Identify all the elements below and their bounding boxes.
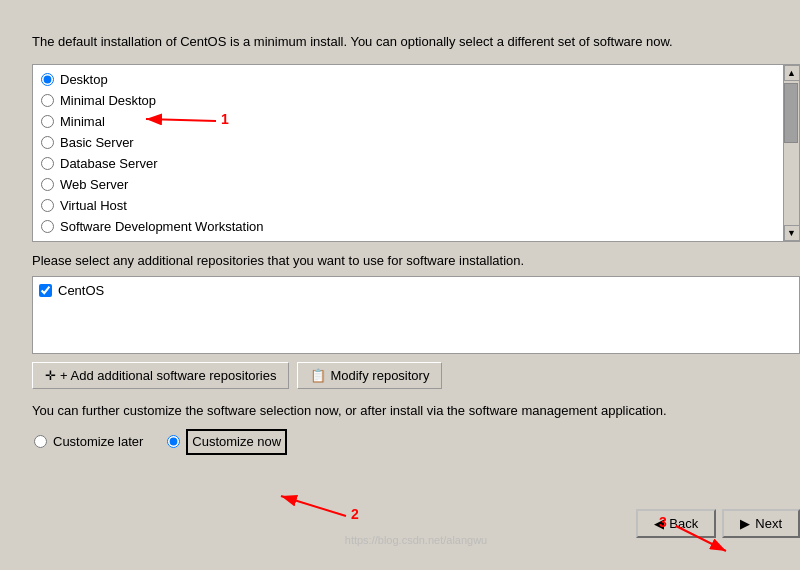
software-list: Desktop Minimal Desktop Minimal Basic Se… xyxy=(33,65,783,241)
next-arrow-icon: ▶ xyxy=(740,516,750,531)
list-item[interactable]: Minimal xyxy=(39,111,777,132)
next-button[interactable]: ▶ Next xyxy=(722,509,800,538)
back-label: Back xyxy=(669,516,698,531)
intro-text: The default installation of CentOS is a … xyxy=(32,32,800,52)
customize-text: You can further customize the software s… xyxy=(32,401,800,421)
customize-now-radio[interactable] xyxy=(167,435,180,448)
minimal-radio[interactable] xyxy=(41,115,54,128)
centos-repo-label: CentOS xyxy=(58,283,104,298)
back-arrow-icon: ◀ xyxy=(654,516,664,531)
customize-now-item[interactable]: Customize now xyxy=(165,426,289,458)
list-item[interactable]: Basic Server xyxy=(39,132,777,153)
add-repo-label: + Add additional software repositories xyxy=(60,368,276,383)
centos-repo-checkbox[interactable] xyxy=(39,284,52,297)
database-server-radio[interactable] xyxy=(41,157,54,170)
watermark: https://blog.csdn.net/alangwu xyxy=(345,534,487,546)
modify-repo-label: Modify repository xyxy=(330,368,429,383)
repo-buttons-row: ✛ + Add additional software repositories… xyxy=(32,362,800,389)
software-dev-label: Software Development Workstation xyxy=(60,219,264,234)
modify-icon: 📋 xyxy=(310,368,326,383)
minimal-desktop-label: Minimal Desktop xyxy=(60,93,156,108)
customize-now-label: Customize now xyxy=(186,429,287,455)
modify-repo-button[interactable]: 📋 Modify repository xyxy=(297,362,442,389)
repositories-container: CentOS xyxy=(32,276,800,354)
minimal-desktop-radio[interactable] xyxy=(41,94,54,107)
next-label: Next xyxy=(755,516,782,531)
software-dev-radio[interactable] xyxy=(41,220,54,233)
scrollbar-thumb[interactable] xyxy=(784,83,798,143)
list-item[interactable]: Desktop xyxy=(39,69,777,90)
scrollbar[interactable]: ▲ ▼ xyxy=(783,65,799,241)
minimal-label: Minimal xyxy=(60,114,105,129)
list-item[interactable]: Database Server xyxy=(39,153,777,174)
customize-section: You can further customize the software s… xyxy=(32,401,800,458)
back-button[interactable]: ◀ Back xyxy=(636,509,716,538)
list-item[interactable]: Web Server xyxy=(39,174,777,195)
customize-options: Customize later Customize now xyxy=(32,426,800,458)
web-server-radio[interactable] xyxy=(41,178,54,191)
centos-repo-item[interactable]: CentOS xyxy=(39,281,793,300)
customize-later-label: Customize later xyxy=(53,432,143,452)
list-item[interactable]: Virtual Host xyxy=(39,195,777,216)
list-item[interactable]: Software Development Workstation xyxy=(39,216,777,237)
basic-server-radio[interactable] xyxy=(41,136,54,149)
scroll-up-arrow[interactable]: ▲ xyxy=(784,65,800,81)
add-repo-button[interactable]: ✛ + Add additional software repositories xyxy=(32,362,289,389)
desktop-radio[interactable] xyxy=(41,73,54,86)
list-item[interactable]: Minimal Desktop xyxy=(39,90,777,111)
desktop-label: Desktop xyxy=(60,72,108,87)
customize-later-radio[interactable] xyxy=(34,435,47,448)
customize-later-item[interactable]: Customize later xyxy=(32,429,145,455)
software-list-container: Desktop Minimal Desktop Minimal Basic Se… xyxy=(32,64,800,242)
add-icon: ✛ xyxy=(45,368,56,383)
basic-server-label: Basic Server xyxy=(60,135,134,150)
virtual-host-label: Virtual Host xyxy=(60,198,127,213)
scrollbar-track[interactable] xyxy=(784,81,799,225)
virtual-host-radio[interactable] xyxy=(41,199,54,212)
repositories-label: Please select any additional repositorie… xyxy=(32,252,800,270)
web-server-label: Web Server xyxy=(60,177,128,192)
scroll-down-arrow[interactable]: ▼ xyxy=(784,225,800,241)
database-server-label: Database Server xyxy=(60,156,158,171)
